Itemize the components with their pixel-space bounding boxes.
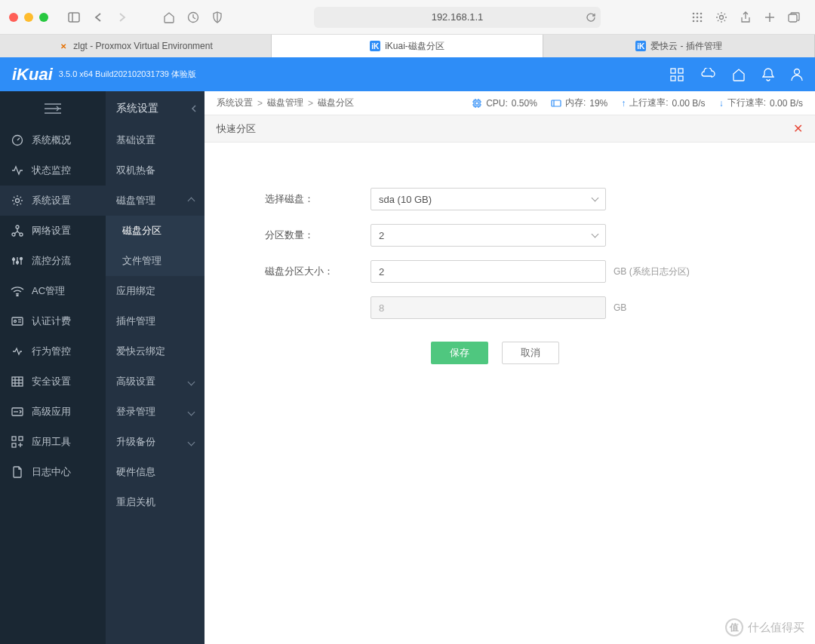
svg-point-37: [17, 262, 19, 264]
select-disk-dropdown[interactable]: sda (10 GB): [371, 188, 606, 210]
svg-point-8: [697, 16, 699, 18]
cpu-icon: [472, 98, 482, 109]
tabs-overview-icon[interactable]: [783, 7, 804, 28]
sidebar1-item-11[interactable]: 日志中心: [0, 457, 106, 487]
menu-toggle-icon[interactable]: [0, 91, 106, 125]
svg-rect-16: [789, 14, 797, 22]
sidebar2-item-6[interactable]: 插件管理: [106, 306, 205, 336]
history-icon[interactable]: [183, 7, 204, 28]
apps-icon[interactable]: [670, 68, 684, 81]
sidebar2-item-3[interactable]: 磁盘分区: [106, 216, 205, 246]
cancel-button[interactable]: 取消: [502, 342, 559, 364]
sidebar2-item-0[interactable]: 基础设置: [106, 125, 205, 155]
up-value: 0.00 B/s: [672, 98, 706, 109]
home-icon[interactable]: [158, 7, 180, 28]
sidebar1-item-1[interactable]: 状态监控: [0, 155, 106, 186]
sidebar2-item-9[interactable]: 登录管理: [106, 397, 205, 427]
ikuai-icon: iK: [370, 41, 380, 51]
panel-title: 快速分区: [217, 122, 256, 136]
breadcrumb-bar: 系统设置 > 磁盘管理 > 磁盘分区 CPU: 0.50% 内存: 19% ↑上…: [205, 91, 815, 115]
sidebar1-item-0[interactable]: 系统概况: [0, 125, 106, 155]
partition-count-label: 分区数量：: [265, 228, 371, 242]
collapse-icon[interactable]: [191, 104, 197, 113]
svg-point-9: [700, 16, 703, 18]
svg-rect-66: [552, 100, 561, 106]
partition-size-label: 磁盘分区大小：: [265, 265, 371, 278]
sidebar1-item-8[interactable]: 安全设置: [0, 366, 106, 397]
sidebar2-item-11[interactable]: 硬件信息: [106, 457, 205, 487]
svg-point-4: [693, 12, 695, 14]
sidebar1-item-9[interactable]: 高级应用: [0, 397, 106, 427]
sidebar1-item-7[interactable]: 行为管控: [0, 336, 106, 366]
browser-tabs: ✕ zlgt - Proxmox Virtual Environment iK …: [0, 35, 815, 57]
sidebar1-item-6[interactable]: 认证计费: [0, 306, 106, 336]
secondary-sidebar: 系统设置 基础设置双机热备磁盘管理磁盘分区文件管理应用绑定插件管理爱快云绑定高级…: [106, 91, 205, 644]
svg-rect-57: [475, 102, 478, 105]
log-icon: [11, 466, 24, 478]
tab-label: zlgt - Proxmox Virtual Environment: [73, 41, 213, 51]
sidebar2-item-4[interactable]: 文件管理: [106, 246, 205, 276]
grid-icon[interactable]: [687, 7, 708, 28]
panel-header: 快速分区 ✕: [205, 115, 815, 143]
sidebar2-item-8[interactable]: 高级设置: [106, 366, 205, 397]
shield-icon[interactable]: [207, 7, 228, 28]
home-header-icon[interactable]: [732, 68, 746, 81]
advanced-icon: [11, 406, 24, 417]
sidebar1-item-10[interactable]: 应用工具: [0, 427, 106, 457]
sidebar2-item-12[interactable]: 重启关机: [106, 487, 205, 517]
sidebar1-item-3[interactable]: 网络设置: [0, 216, 106, 246]
sidebar2-item-10[interactable]: 升级备份: [106, 427, 205, 457]
breadcrumb-item[interactable]: 磁盘管理: [267, 97, 303, 109]
refresh-icon[interactable]: [586, 12, 596, 23]
close-window-button[interactable]: [9, 13, 18, 22]
partition-form: 选择磁盘： sda (10 GB) 分区数量： 2 磁盘分区大小： 2 GB (…: [205, 143, 815, 364]
cpu-value: 0.50%: [512, 98, 537, 109]
ikuai-icon: iK: [635, 41, 646, 51]
breadcrumb-item[interactable]: 系统设置: [217, 97, 253, 109]
sidebar1-item-2[interactable]: 系统设置: [0, 186, 106, 216]
maximize-window-button[interactable]: [39, 13, 48, 22]
svg-point-39: [17, 295, 18, 296]
app-logo: iKuai: [12, 65, 53, 84]
url-input[interactable]: 192.168.1.1: [314, 7, 601, 28]
new-tab-icon[interactable]: [759, 7, 780, 28]
sidebar1-item-5[interactable]: AC管理: [0, 276, 106, 306]
user-icon[interactable]: [791, 68, 803, 81]
svg-point-41: [14, 320, 17, 323]
share-icon[interactable]: [735, 7, 756, 28]
save-button[interactable]: 保存: [431, 342, 488, 364]
svg-point-27: [16, 225, 19, 228]
browser-tab-0[interactable]: ✕ zlgt - Proxmox Virtual Environment: [0, 35, 272, 57]
sidebar2-item-2[interactable]: 磁盘管理: [106, 186, 205, 216]
back-button[interactable]: [88, 7, 109, 28]
security-icon: [11, 376, 24, 387]
close-icon[interactable]: ✕: [793, 121, 803, 136]
sidebar2-item-1[interactable]: 双机热备: [106, 155, 205, 186]
bell-icon[interactable]: [762, 68, 774, 81]
minimize-window-button[interactable]: [24, 13, 33, 22]
partition-count-dropdown[interactable]: 2: [371, 224, 606, 247]
browser-tab-1[interactable]: iK iKuai-磁盘分区: [272, 35, 543, 57]
settings-icon[interactable]: [711, 7, 732, 28]
browser-titlebar: 192.168.1.1: [0, 0, 815, 35]
cloud-icon[interactable]: [700, 68, 715, 81]
tab-label: iKuai-磁盘分区: [385, 40, 444, 53]
browser-tab-2[interactable]: iK 爱快云 - 插件管理: [543, 35, 815, 57]
up-label: 上行速率:: [629, 97, 668, 109]
breadcrumb-item[interactable]: 磁盘分区: [318, 97, 354, 109]
primary-sidebar: 系统概况状态监控系统设置网络设置流控分流AC管理认证计费行为管控安全设置高级应用…: [0, 91, 106, 644]
sidebar2-item-7[interactable]: 爱快云绑定: [106, 336, 205, 366]
svg-point-6: [700, 12, 703, 14]
svg-point-36: [13, 259, 15, 261]
partition-size-1-input[interactable]: 2: [371, 260, 606, 283]
sidebar2-item-5[interactable]: 应用绑定: [106, 276, 205, 306]
sidebar-toggle-icon[interactable]: [63, 7, 85, 28]
svg-rect-19: [671, 76, 675, 81]
partition-size-2-input: 8: [371, 296, 606, 319]
watermark: 值 什么值得买: [725, 618, 804, 636]
tab-label: 爱快云 - 插件管理: [650, 40, 722, 53]
sidebar1-item-4[interactable]: 流控分流: [0, 246, 106, 276]
cpu-label: CPU:: [486, 98, 508, 109]
forward-button[interactable]: [112, 7, 133, 28]
svg-point-26: [16, 199, 20, 203]
